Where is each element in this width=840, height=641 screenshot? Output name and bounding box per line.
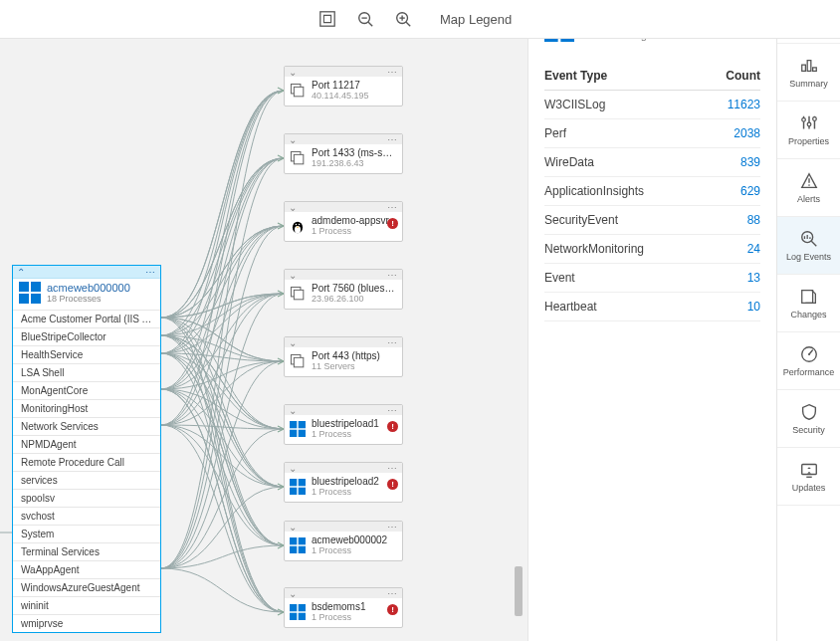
- event-row[interactable]: Perf2038: [544, 119, 760, 148]
- process-row[interactable]: MonitoringHost: [13, 399, 160, 417]
- process-row[interactable]: svchost: [13, 507, 160, 525]
- chevron-down-icon[interactable]: ⌄: [289, 522, 297, 533]
- remote-node-header: ⌄⋯: [285, 202, 402, 212]
- more-icon[interactable]: ⋯: [387, 522, 398, 533]
- more-icon[interactable]: ⋯: [387, 134, 398, 145]
- process-row[interactable]: wmiprvse: [13, 614, 160, 632]
- machine-card-header: ⌃ ⋯: [13, 266, 160, 279]
- remote-node[interactable]: ⌄⋯bluestripeload21 Process!: [284, 462, 403, 503]
- chevron-down-icon[interactable]: ⌄: [289, 202, 297, 213]
- event-type-header: Event Type: [544, 69, 607, 83]
- linux-icon: [290, 218, 306, 234]
- more-icon[interactable]: ⋯: [387, 588, 398, 599]
- error-badge-icon: !: [387, 218, 398, 229]
- windows-icon: [290, 537, 306, 553]
- event-count: 2038: [734, 126, 760, 140]
- remote-node-subtitle: 11 Servers: [312, 361, 397, 371]
- nav-log-events[interactable]: Log Events: [777, 217, 840, 275]
- windows-icon: [290, 421, 306, 437]
- map-legend-label[interactable]: Map Legend: [440, 12, 512, 27]
- event-row[interactable]: ApplicationInsights629: [544, 177, 760, 206]
- chevron-down-icon[interactable]: ⌄: [289, 405, 297, 416]
- chevron-down-icon[interactable]: ⌄: [289, 588, 297, 599]
- remote-node-title: Port 7560 (bluestripe): [312, 283, 397, 294]
- remote-node-subtitle: 1 Process: [312, 545, 397, 555]
- remote-node[interactable]: ⌄⋯Port 7560 (bluestripe)23.96.26.100: [284, 269, 403, 310]
- process-row[interactable]: MonAgentCore›: [13, 381, 160, 399]
- map-canvas[interactable]: ⌃ ⋯ acmeweb000000 18 Processes Acme Cust…: [0, 39, 527, 641]
- process-row[interactable]: BlueStripeCollector›: [13, 327, 160, 345]
- remote-node-title: Port 1433 (ms-sql-s): [312, 147, 397, 158]
- fit-to-screen-button[interactable]: [309, 0, 346, 38]
- process-row[interactable]: Remote Procedure Call: [13, 453, 160, 471]
- event-type: W3CIISLog: [544, 98, 605, 111]
- servers-stack-icon: [290, 286, 306, 302]
- security-icon: [799, 402, 819, 422]
- detail-panel: acmeweb000000 Machine Log Events Event T…: [527, 0, 776, 641]
- process-row[interactable]: HealthService›: [13, 345, 160, 363]
- remote-node[interactable]: ⌄⋯admdemo-appsvr1 Process!: [284, 201, 403, 242]
- scrollbar-thumb[interactable]: [515, 566, 523, 616]
- event-type: ApplicationInsights: [544, 184, 644, 198]
- nav-label: Properties: [788, 136, 829, 146]
- machine-card[interactable]: ⌃ ⋯ acmeweb000000 18 Processes Acme Cust…: [12, 265, 161, 633]
- windows-icon: [19, 282, 41, 304]
- chevron-down-icon[interactable]: ⌄: [289, 67, 297, 78]
- process-row[interactable]: Terminal Services: [13, 542, 160, 560]
- more-icon[interactable]: ⋯: [387, 337, 398, 348]
- chevron-down-icon[interactable]: ⌄: [289, 134, 297, 145]
- collapse-chevron-icon[interactable]: ⌃: [17, 267, 25, 278]
- windows-icon: [290, 479, 306, 495]
- remote-node[interactable]: ⌄⋯Port 1121740.114.45.195: [284, 66, 403, 107]
- event-row[interactable]: W3CIISLog11623: [544, 91, 760, 119]
- process-row[interactable]: NPMDAgent: [13, 435, 160, 453]
- zoom-out-button[interactable]: [346, 0, 384, 38]
- process-row[interactable]: services: [13, 471, 160, 489]
- nav-alerts[interactable]: Alerts: [777, 159, 840, 217]
- chevron-down-icon[interactable]: ⌄: [289, 463, 297, 474]
- remote-node-subtitle: 1 Process: [312, 429, 397, 439]
- remote-node-header: ⌄⋯: [285, 588, 402, 598]
- process-row[interactable]: Network Services›: [13, 417, 160, 435]
- nav-changes[interactable]: Changes: [777, 275, 840, 332]
- remote-node[interactable]: ⌄⋯Port 1433 (ms-sql-s)191.238.6.43: [284, 133, 403, 174]
- process-row[interactable]: Acme Customer Portal (IIS App ...›: [13, 310, 160, 327]
- more-icon[interactable]: ⋯: [387, 270, 398, 281]
- event-count: 629: [740, 184, 760, 198]
- event-row[interactable]: SecurityEvent88: [544, 206, 760, 235]
- nav-updates[interactable]: Updates: [777, 448, 840, 506]
- alert-icon: [799, 171, 819, 191]
- more-icon[interactable]: ⋯: [145, 267, 156, 278]
- process-row[interactable]: LSA Shell: [13, 363, 160, 381]
- more-icon[interactable]: ⋯: [387, 67, 398, 78]
- process-row[interactable]: spoolsv: [13, 489, 160, 507]
- event-row[interactable]: NetworkMonitoring24: [544, 235, 760, 264]
- process-row[interactable]: System›: [13, 525, 160, 542]
- chevron-down-icon[interactable]: ⌄: [289, 337, 297, 348]
- remote-node-title: Port 443 (https): [312, 350, 397, 361]
- event-row[interactable]: WireData839: [544, 148, 760, 177]
- process-row[interactable]: wininit: [13, 596, 160, 614]
- servers-stack-icon: [290, 150, 306, 166]
- remote-node[interactable]: ⌄⋯acmeweb0000021 Process: [284, 521, 403, 561]
- remote-node[interactable]: ⌄⋯bluestripeload11 Process!: [284, 404, 403, 445]
- event-row[interactable]: Event13: [544, 264, 760, 293]
- nav-security[interactable]: Security: [777, 390, 840, 448]
- more-icon[interactable]: ⋯: [387, 463, 398, 474]
- nav-properties[interactable]: Properties: [777, 102, 840, 159]
- chevron-down-icon[interactable]: ⌄: [289, 270, 297, 281]
- process-row[interactable]: WindowsAzureGuestAgent: [13, 578, 160, 596]
- zoom-in-button[interactable]: [384, 0, 422, 38]
- nav-summary[interactable]: Summary: [777, 44, 840, 102]
- remote-node[interactable]: ⌄⋯bsdemoms11 Process!: [284, 587, 403, 628]
- remote-node-subtitle: 1 Process: [312, 612, 397, 622]
- event-row[interactable]: Heartbeat10: [544, 293, 760, 321]
- summary-icon: [799, 56, 819, 76]
- remote-node[interactable]: ⌄⋯Port 443 (https)11 Servers: [284, 336, 403, 377]
- event-count: 88: [747, 213, 760, 227]
- more-icon[interactable]: ⋯: [387, 405, 398, 416]
- nav-performance[interactable]: Performance: [777, 332, 840, 390]
- more-icon[interactable]: ⋯: [387, 202, 398, 213]
- process-row[interactable]: WaAppAgent›: [13, 560, 160, 578]
- remote-node-subtitle: 23.96.26.100: [312, 294, 397, 304]
